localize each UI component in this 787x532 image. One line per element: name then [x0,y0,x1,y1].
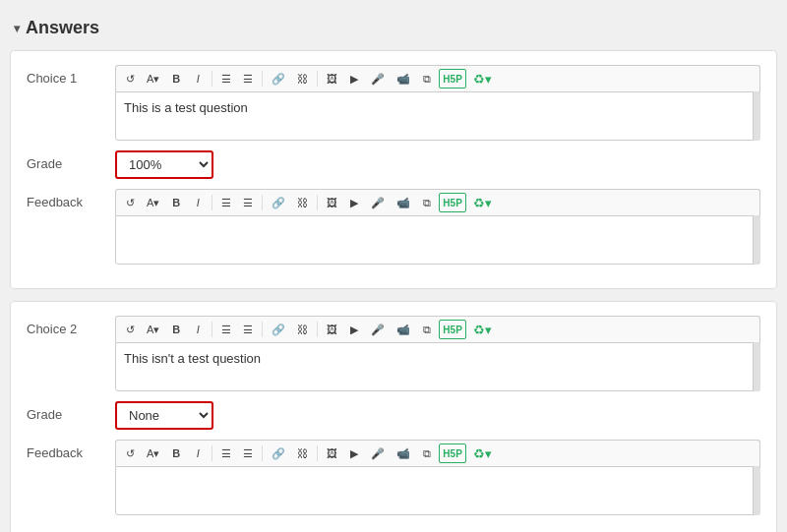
choice1-grade-select[interactable]: None 100% 90% 80% 70% 60% 50% 40% 30% 20… [115,150,213,179]
choice2-ul-btn[interactable]: ☰ [216,320,236,339]
choice1-fb-bold-btn[interactable]: B [166,193,186,212]
choice2-grade-select[interactable]: None 100% 90% 80% 70% 60% 50% 40% 30% 20… [115,401,213,430]
choice1-fb-font-btn[interactable]: A▾ [142,193,164,212]
choice2-italic-btn[interactable]: I [188,320,208,339]
choice2-fb-video-btn[interactable]: ▶ [344,443,364,463]
choice2-fb-recycle-btn[interactable]: ♻▾ [468,443,497,463]
choice1-undo-btn[interactable]: ↺ [120,69,140,89]
choice2-label: Choice 2 [27,316,115,336]
choice2-feedback-editor[interactable] [115,466,760,515]
choice2-fb-font-btn[interactable]: A▾ [142,443,164,463]
choice2-fb-italic-btn[interactable]: I [188,443,208,463]
choice2-ol-btn[interactable]: ☰ [238,320,258,339]
choice2-toolbar: ↺ A▾ B I ☰ ☰ 🔗 ⛓ 🖼 ▶ 🎤 📹 ⧉ H5P [115,316,760,342]
choice1-recycle-btn[interactable]: ♻▾ [468,69,497,89]
choice1-editor-content: ↺ A▾ B I ☰ ☰ 🔗 ⛓ 🖼 ▶ 🎤 📹 ⧉ H5P [115,65,760,141]
answers-section: ▾ Answers Choice 1 ↺ A▾ B I ☰ ☰ 🔗 ⛓ [10,10,777,532]
choice1-fb-image-btn[interactable]: 🖼 [322,193,342,212]
choice2-fb-ol-btn[interactable]: ☰ [238,443,258,463]
choice1-fb-unlink-btn[interactable]: ⛓ [292,193,313,212]
choice2-hp-btn[interactable]: H5P [439,320,465,339]
c2-toolbar-sep2 [262,322,263,337]
choice2-fb-image-btn[interactable]: 🖼 [322,443,342,463]
choice2-recycle-btn[interactable]: ♻▾ [468,320,497,339]
fb-toolbar-sep1 [212,195,212,210]
choice1-fb-recycle-btn[interactable]: ♻▾ [468,193,497,212]
choice2-grade-content: None 100% 90% 80% 70% 60% 50% 40% 30% 20… [115,401,760,430]
choice1-bold-btn[interactable]: B [166,69,186,89]
choice2-media-btn[interactable]: 📹 [392,320,415,339]
fb-toolbar-sep2 [262,195,263,210]
choice2-fb-ul-btn[interactable]: ☰ [216,443,236,463]
choice2-grade-row: Grade None 100% 90% 80% 70% 60% 50% 40% … [27,401,760,430]
choice2-fb-media-btn[interactable]: 📹 [392,443,415,463]
choice2-scrollbar[interactable] [753,342,760,391]
choice1-audio-btn[interactable]: 🎤 [366,69,390,89]
choice1-feedback-editor[interactable] [115,215,760,265]
choice2-textarea-wrapper: This isn't a test question [115,342,760,391]
choice2-fb-unlink-btn[interactable]: ⛓ [292,443,313,463]
choice1-editor-row: Choice 1 ↺ A▾ B I ☰ ☰ 🔗 ⛓ 🖼 ▶ 🎤 [27,65,760,141]
choice2-fb-link-btn[interactable]: 🔗 [267,443,290,463]
choice1-fb-ul-btn[interactable]: ☰ [216,193,236,212]
choice1-feedback-toolbar: ↺ A▾ B I ☰ ☰ 🔗 ⛓ 🖼 ▶ 🎤 📹 ⧉ H5P [115,189,760,215]
choice2-audio-btn[interactable]: 🎤 [366,320,390,339]
choice1-fb-textarea-wrapper [115,215,760,265]
choice1-copy-btn[interactable]: ⧉ [417,69,437,89]
choice1-fb-italic-btn[interactable]: I [188,193,208,212]
choice1-ul-btn[interactable]: ☰ [216,69,236,89]
c2fb-toolbar-sep1 [212,445,212,461]
choice2-grade-label: Grade [27,401,115,422]
choice2-bold-btn[interactable]: B [166,320,186,339]
c2fb-toolbar-sep2 [262,445,263,461]
toolbar-sep3 [317,71,318,87]
chevron-icon[interactable]: ▾ [14,22,20,35]
choice1-media-btn[interactable]: 📹 [392,69,415,89]
choice2-link-btn[interactable]: 🔗 [267,320,290,339]
choice1-link-btn[interactable]: 🔗 [267,69,290,89]
toolbar-sep1 [212,71,212,87]
choice1-fb-undo-btn[interactable]: ↺ [120,193,140,212]
choice2-fb-scrollbar[interactable] [753,466,760,515]
choice1-fb-audio-btn[interactable]: 🎤 [366,193,390,212]
choice1-feedback-content: ↺ A▾ B I ☰ ☰ 🔗 ⛓ 🖼 ▶ 🎤 📹 ⧉ H5P [115,189,760,265]
choice1-fb-ol-btn[interactable]: ☰ [238,193,258,212]
choice1-ol-btn[interactable]: ☰ [238,69,258,89]
choice2-fb-hp-btn[interactable]: H5P [439,443,465,463]
choice2-editor-row: Choice 2 ↺ A▾ B I ☰ ☰ 🔗 ⛓ 🖼 ▶ 🎤 [27,316,760,391]
choice2-fb-audio-btn[interactable]: 🎤 [366,443,390,463]
choice2-unlink-btn[interactable]: ⛓ [292,320,313,339]
choice1-toolbar: ↺ A▾ B I ☰ ☰ 🔗 ⛓ 🖼 ▶ 🎤 📹 ⧉ H5P [115,65,760,91]
choice1-fb-link-btn[interactable]: 🔗 [267,193,290,212]
choice2-video-btn[interactable]: ▶ [344,320,364,339]
choice2-undo-btn[interactable]: ↺ [120,320,140,339]
choice1-hp-btn[interactable]: H5P [439,69,465,89]
choice2-copy-btn[interactable]: ⧉ [417,320,437,339]
toolbar-sep2 [262,71,263,87]
choice1-fb-scrollbar[interactable] [753,215,760,265]
choice1-video-btn[interactable]: ▶ [344,69,364,89]
choice1-italic-btn[interactable]: I [188,69,208,89]
c2-toolbar-sep3 [317,322,318,337]
choice1-fb-media-btn[interactable]: 📹 [392,193,415,212]
choice2-editor[interactable]: This isn't a test question [115,342,760,391]
choice2-image-btn[interactable]: 🖼 [322,320,342,339]
choice1-image-btn[interactable]: 🖼 [322,69,342,89]
choice2-font-btn[interactable]: A▾ [142,320,164,339]
c2-toolbar-sep1 [212,322,212,337]
choice2-fb-undo-btn[interactable]: ↺ [120,443,140,463]
choice1-font-btn[interactable]: A▾ [142,69,164,89]
choice1-unlink-btn[interactable]: ⛓ [292,69,313,89]
choice1-scrollbar[interactable] [753,91,760,141]
choice1-block: Choice 1 ↺ A▾ B I ☰ ☰ 🔗 ⛓ 🖼 ▶ 🎤 [10,50,777,289]
choice2-fb-copy-btn[interactable]: ⧉ [417,443,437,463]
choice2-feedback-toolbar: ↺ A▾ B I ☰ ☰ 🔗 ⛓ 🖼 ▶ 🎤 📹 ⧉ H5P [115,440,760,466]
choice1-editor[interactable]: This is a test question [115,91,760,141]
choice1-fb-hp-btn[interactable]: H5P [439,193,465,212]
choice1-feedback-row: Feedback ↺ A▾ B I ☰ ☰ 🔗 ⛓ 🖼 ▶ 🎤 [27,189,760,265]
choice2-fb-bold-btn[interactable]: B [166,443,186,463]
choice1-grade-content: None 100% 90% 80% 70% 60% 50% 40% 30% 20… [115,150,760,179]
choice1-fb-copy-btn[interactable]: ⧉ [417,193,437,212]
choice2-feedback-content: ↺ A▾ B I ☰ ☰ 🔗 ⛓ 🖼 ▶ 🎤 📹 ⧉ H5P [115,440,760,515]
choice1-fb-video-btn[interactable]: ▶ [344,193,364,212]
